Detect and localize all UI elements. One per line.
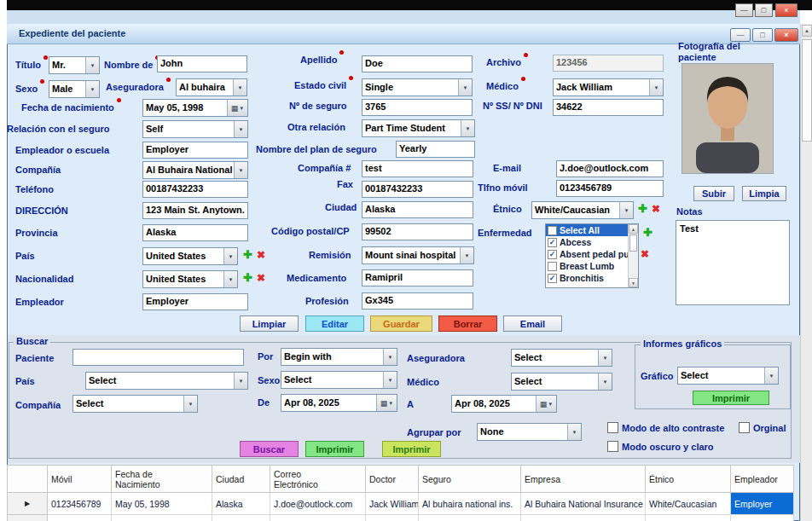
compania-select[interactable]: Al Buhaira National ▼ <box>142 161 248 179</box>
grid-header-cell[interactable]: Fecha de Nacimiento <box>112 466 212 493</box>
empleador-escuela-input[interactable]: Employer <box>142 142 248 159</box>
chevron-down-icon[interactable]: ▼ <box>461 120 474 136</box>
chevron-down-icon[interactable]: ▼ <box>234 162 247 178</box>
mdi-minimize-button[interactable]: — <box>735 3 753 17</box>
email-input[interactable]: J.doe@outlock.com <box>556 160 664 177</box>
listbox-scrollbar[interactable]: ▲ ▼ <box>628 224 638 287</box>
chevron-down-icon[interactable]: ▼ <box>85 81 99 97</box>
list-item[interactable]: ✓ Absent pedal pu <box>546 248 638 260</box>
vertical-scrollbar[interactable]: ▲ <box>800 24 812 521</box>
buscar-compania-select[interactable]: Select ▼ <box>72 395 198 413</box>
profesion-input[interactable]: Gx345 <box>362 292 473 310</box>
list-item[interactable]: Select All <box>546 224 638 236</box>
provincia-input[interactable]: Alaska <box>142 224 248 241</box>
imprimir-secondary-button[interactable]: Imprimir <box>382 441 441 457</box>
list-item[interactable]: ✓ Abcess <box>546 236 638 248</box>
grid-header-cell[interactable]: Correo Electrónico <box>270 466 366 493</box>
scrollbar-thumb[interactable] <box>629 234 637 252</box>
editar-button[interactable]: Editar <box>305 315 364 332</box>
direccion-input[interactable]: 123 Main St. Anytown. <box>142 202 248 219</box>
scroll-up-icon[interactable]: ▲ <box>629 224 638 234</box>
chevron-down-icon[interactable]: ▼ <box>598 373 612 390</box>
grid-cell-selected[interactable]: Employer <box>731 493 794 515</box>
buscar-button[interactable]: Buscar <box>240 441 299 457</box>
fecha-nacimiento-datepicker[interactable]: May 05, 1998 ▦▼ <box>142 99 248 117</box>
plan-seguro-input[interactable]: Yearly <box>396 141 475 158</box>
grid-cell[interactable]: Alaska <box>212 493 270 515</box>
enfermedad-listbox[interactable]: Select All ✓ Abcess ✓ Absent pedal pu Br… <box>545 223 639 288</box>
scroll-down-icon[interactable]: ▼ <box>629 278 638 287</box>
mdi-maximize-button[interactable]: □ <box>755 3 773 17</box>
calendar-icon[interactable]: ▦▼ <box>376 395 397 411</box>
chevron-down-icon[interactable]: ▼ <box>234 121 247 137</box>
grid-header-cell[interactable]: Ciudad <box>212 466 270 493</box>
grid-header-cell[interactable]: Doctor <box>366 466 419 493</box>
chevron-down-icon[interactable]: ▼ <box>567 424 581 440</box>
minimize-button[interactable]: — <box>730 28 751 42</box>
grafico-select[interactable]: Select ▼ <box>677 367 779 385</box>
grid-row[interactable] <box>8 515 794 521</box>
remision-select[interactable]: Mount sinai hospital ▼ <box>362 246 474 264</box>
imprimir-button[interactable]: Imprimir <box>305 441 364 457</box>
list-item[interactable]: Breast Lumb <box>546 260 638 272</box>
buscar-medico-select[interactable]: Select ▼ <box>511 373 612 391</box>
calendar-icon[interactable]: ▦▼ <box>227 100 247 116</box>
checkbox[interactable] <box>548 226 557 235</box>
empleador-input[interactable]: Employer <box>142 293 248 310</box>
grid-cell[interactable]: 0123456789 <box>48 493 112 515</box>
scrollbar-thumb[interactable] <box>802 39 812 142</box>
etnico-select[interactable]: White/Caucasian ▼ <box>531 201 634 219</box>
grid-cell[interactable]: Al Buhaira National Insurance <box>521 493 646 515</box>
grid-row[interactable]: ▶ 0123456789 May 05, 1998 Alaska J.doe@o… <box>8 493 794 515</box>
grid-cell[interactable]: J.doe@outlock.com <box>270 493 366 515</box>
checkbox[interactable]: ✓ <box>548 250 557 259</box>
grid-cell[interactable] <box>731 515 794 521</box>
subir-button[interactable]: Subir <box>693 186 734 201</box>
row-selector[interactable] <box>8 515 48 521</box>
grid-header-cell[interactable]: Móvil <box>48 466 112 493</box>
guardar-button[interactable]: Guardar <box>370 315 432 332</box>
etnico-add-icon[interactable]: ✚ <box>638 203 647 215</box>
alto-contraste-checkbox[interactable] <box>607 422 618 433</box>
nacionalidad-add-icon[interactable]: ✚ <box>243 272 252 284</box>
codigo-postal-input[interactable]: 99502 <box>362 223 473 240</box>
ciudad-input[interactable]: Alaska <box>362 201 473 218</box>
orginal-checkbox[interactable] <box>739 422 750 433</box>
chevron-down-icon[interactable]: ▼ <box>619 202 633 218</box>
modo-oscuro-checkbox[interactable] <box>607 441 618 452</box>
close-button[interactable]: × <box>774 28 798 42</box>
fax-input[interactable]: 00187432233 <box>362 181 473 198</box>
medicamento-input[interactable]: Ramipril <box>362 269 473 287</box>
mdi-close-button[interactable]: × <box>775 3 798 17</box>
grid-cell[interactable] <box>270 515 366 521</box>
buscar-de-datepicker[interactable]: Apr 08, 2025 ▦▼ <box>281 394 397 412</box>
enfermedad-delete-icon[interactable]: ✖ <box>641 248 649 260</box>
aseguradora-select[interactable]: Al buhaira ▼ <box>176 78 247 96</box>
buscar-a-datepicker[interactable]: Apr 08, 2025 ▦▼ <box>451 395 557 413</box>
grid-header-cell[interactable]: Seguro <box>419 466 521 493</box>
enfermedad-add-icon[interactable]: ✚ <box>643 227 652 239</box>
chevron-down-icon[interactable]: ▼ <box>649 79 663 96</box>
otra-relacion-select[interactable]: Part Time Student ▼ <box>362 119 475 137</box>
grid-cell[interactable] <box>48 515 112 521</box>
chevron-down-icon[interactable]: ▼ <box>598 350 612 366</box>
compania-num-input[interactable]: test <box>362 160 473 177</box>
buscar-sexo-select[interactable]: Select ▼ <box>281 371 397 389</box>
grid-cell[interactable]: Jack William <box>366 493 419 515</box>
checkbox[interactable]: ✓ <box>548 274 557 283</box>
checkbox[interactable] <box>548 262 557 271</box>
telefono-input[interactable]: 00187432233 <box>142 181 248 198</box>
etnico-delete-icon[interactable]: ✖ <box>652 203 660 215</box>
chevron-down-icon[interactable]: ▼ <box>764 368 778 384</box>
grid-cell[interactable]: Al buhaira national ins. <box>419 493 521 515</box>
grid-cell[interactable] <box>112 515 212 521</box>
grid-cell[interactable] <box>366 515 419 521</box>
grid-header-cell[interactable]: Empresa <box>521 466 646 493</box>
relacion-seguro-select[interactable]: Self ▼ <box>142 120 248 138</box>
grid-header-cell[interactable]: Empleador <box>731 466 794 493</box>
chevron-down-icon[interactable]: ▼ <box>460 247 473 263</box>
nacionalidad-select[interactable]: United States ▼ <box>142 270 238 288</box>
limpia-button[interactable]: Limpia <box>742 186 786 201</box>
grid-cell[interactable]: White/Caucasian <box>646 493 731 515</box>
chevron-down-icon[interactable]: ▼ <box>183 396 197 412</box>
